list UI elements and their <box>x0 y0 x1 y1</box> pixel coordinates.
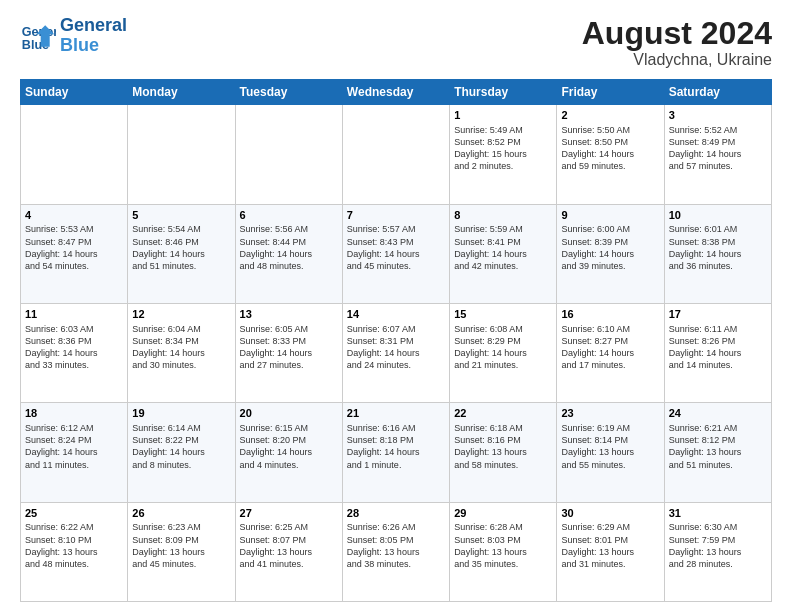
calendar-cell: 7Sunrise: 5:57 AMSunset: 8:43 PMDaylight… <box>342 204 449 303</box>
day-info: and 36 minutes. <box>669 260 767 272</box>
day-info: and 51 minutes. <box>669 459 767 471</box>
day-info: Sunset: 8:36 PM <box>25 335 123 347</box>
day-info: Sunrise: 5:57 AM <box>347 223 445 235</box>
title-block: August 2024 Vladychna, Ukraine <box>582 16 772 69</box>
day-info: Sunrise: 6:22 AM <box>25 521 123 533</box>
day-info: Daylight: 14 hours <box>347 446 445 458</box>
day-info: Sunrise: 6:01 AM <box>669 223 767 235</box>
weekday-header-cell: Friday <box>557 80 664 105</box>
calendar-cell: 8Sunrise: 5:59 AMSunset: 8:41 PMDaylight… <box>450 204 557 303</box>
day-info: Sunrise: 6:19 AM <box>561 422 659 434</box>
day-info: Sunset: 8:09 PM <box>132 534 230 546</box>
day-info: Daylight: 14 hours <box>561 347 659 359</box>
calendar-cell: 9Sunrise: 6:00 AMSunset: 8:39 PMDaylight… <box>557 204 664 303</box>
day-info: Daylight: 14 hours <box>25 446 123 458</box>
day-info: and 17 minutes. <box>561 359 659 371</box>
calendar-cell: 26Sunrise: 6:23 AMSunset: 8:09 PMDayligh… <box>128 502 235 601</box>
day-info: Daylight: 14 hours <box>347 347 445 359</box>
main-title: August 2024 <box>582 16 772 51</box>
day-info: Sunset: 8:05 PM <box>347 534 445 546</box>
calendar-cell: 10Sunrise: 6:01 AMSunset: 8:38 PMDayligh… <box>664 204 771 303</box>
day-info: Sunrise: 6:05 AM <box>240 323 338 335</box>
day-number: 23 <box>561 406 659 421</box>
calendar-cell: 31Sunrise: 6:30 AMSunset: 7:59 PMDayligh… <box>664 502 771 601</box>
day-number: 31 <box>669 506 767 521</box>
day-number: 19 <box>132 406 230 421</box>
day-number: 22 <box>454 406 552 421</box>
day-info: Daylight: 14 hours <box>561 248 659 260</box>
day-info: and 4 minutes. <box>240 459 338 471</box>
day-info: Sunrise: 6:26 AM <box>347 521 445 533</box>
day-info: Sunrise: 6:30 AM <box>669 521 767 533</box>
day-info: Daylight: 14 hours <box>132 446 230 458</box>
day-info: Sunset: 8:18 PM <box>347 434 445 446</box>
day-number: 17 <box>669 307 767 322</box>
calendar-cell: 22Sunrise: 6:18 AMSunset: 8:16 PMDayligh… <box>450 403 557 502</box>
day-info: Sunset: 8:16 PM <box>454 434 552 446</box>
day-info: Sunset: 8:43 PM <box>347 236 445 248</box>
day-info: and 8 minutes. <box>132 459 230 471</box>
day-number: 14 <box>347 307 445 322</box>
calendar-cell: 13Sunrise: 6:05 AMSunset: 8:33 PMDayligh… <box>235 303 342 402</box>
calendar-week-row: 18Sunrise: 6:12 AMSunset: 8:24 PMDayligh… <box>21 403 772 502</box>
day-number: 28 <box>347 506 445 521</box>
calendar-cell: 4Sunrise: 5:53 AMSunset: 8:47 PMDaylight… <box>21 204 128 303</box>
day-info: and 30 minutes. <box>132 359 230 371</box>
day-number: 16 <box>561 307 659 322</box>
calendar-cell: 12Sunrise: 6:04 AMSunset: 8:34 PMDayligh… <box>128 303 235 402</box>
calendar-cell: 5Sunrise: 5:54 AMSunset: 8:46 PMDaylight… <box>128 204 235 303</box>
day-info: Sunset: 8:49 PM <box>669 136 767 148</box>
day-info: and 48 minutes. <box>240 260 338 272</box>
day-info: Sunset: 8:39 PM <box>561 236 659 248</box>
day-info: and 24 minutes. <box>347 359 445 371</box>
day-info: Sunrise: 5:49 AM <box>454 124 552 136</box>
calendar-week-row: 4Sunrise: 5:53 AMSunset: 8:47 PMDaylight… <box>21 204 772 303</box>
day-info: Sunrise: 6:29 AM <box>561 521 659 533</box>
day-info: Sunrise: 6:14 AM <box>132 422 230 434</box>
day-info: Sunrise: 6:25 AM <box>240 521 338 533</box>
weekday-header-cell: Tuesday <box>235 80 342 105</box>
logo: General Blue General Blue <box>20 16 127 56</box>
weekday-header-cell: Wednesday <box>342 80 449 105</box>
calendar-cell: 27Sunrise: 6:25 AMSunset: 8:07 PMDayligh… <box>235 502 342 601</box>
day-number: 25 <box>25 506 123 521</box>
day-info: Sunrise: 6:15 AM <box>240 422 338 434</box>
day-number: 30 <box>561 506 659 521</box>
calendar-week-row: 1Sunrise: 5:49 AMSunset: 8:52 PMDaylight… <box>21 105 772 204</box>
calendar-cell: 15Sunrise: 6:08 AMSunset: 8:29 PMDayligh… <box>450 303 557 402</box>
day-info: Sunset: 8:22 PM <box>132 434 230 446</box>
day-info: Sunset: 8:07 PM <box>240 534 338 546</box>
page: General Blue General Blue August 2024 Vl… <box>0 0 792 612</box>
day-info: and 35 minutes. <box>454 558 552 570</box>
day-info: Daylight: 14 hours <box>347 248 445 260</box>
day-info: Daylight: 13 hours <box>454 546 552 558</box>
calendar-cell: 30Sunrise: 6:29 AMSunset: 8:01 PMDayligh… <box>557 502 664 601</box>
header: General Blue General Blue August 2024 Vl… <box>20 16 772 69</box>
day-number: 9 <box>561 208 659 223</box>
calendar-cell: 28Sunrise: 6:26 AMSunset: 8:05 PMDayligh… <box>342 502 449 601</box>
day-info: Sunset: 8:46 PM <box>132 236 230 248</box>
day-info: and 28 minutes. <box>669 558 767 570</box>
day-info: Daylight: 14 hours <box>25 347 123 359</box>
day-info: Sunset: 8:47 PM <box>25 236 123 248</box>
day-info: Sunrise: 6:03 AM <box>25 323 123 335</box>
day-info: Daylight: 13 hours <box>561 446 659 458</box>
day-info: Sunrise: 6:23 AM <box>132 521 230 533</box>
day-info: and 45 minutes. <box>132 558 230 570</box>
day-info: Sunset: 8:20 PM <box>240 434 338 446</box>
day-number: 29 <box>454 506 552 521</box>
calendar-cell: 16Sunrise: 6:10 AMSunset: 8:27 PMDayligh… <box>557 303 664 402</box>
weekday-header-cell: Saturday <box>664 80 771 105</box>
calendar-cell: 23Sunrise: 6:19 AMSunset: 8:14 PMDayligh… <box>557 403 664 502</box>
day-number: 10 <box>669 208 767 223</box>
day-number: 11 <box>25 307 123 322</box>
calendar-week-row: 11Sunrise: 6:03 AMSunset: 8:36 PMDayligh… <box>21 303 772 402</box>
day-info: Daylight: 13 hours <box>561 546 659 558</box>
day-info: Sunset: 8:03 PM <box>454 534 552 546</box>
calendar-cell: 2Sunrise: 5:50 AMSunset: 8:50 PMDaylight… <box>557 105 664 204</box>
day-info: Daylight: 14 hours <box>561 148 659 160</box>
day-info: Sunset: 8:31 PM <box>347 335 445 347</box>
day-info: Sunset: 8:29 PM <box>454 335 552 347</box>
weekday-header: SundayMondayTuesdayWednesdayThursdayFrid… <box>21 80 772 105</box>
day-info: Daylight: 14 hours <box>669 148 767 160</box>
